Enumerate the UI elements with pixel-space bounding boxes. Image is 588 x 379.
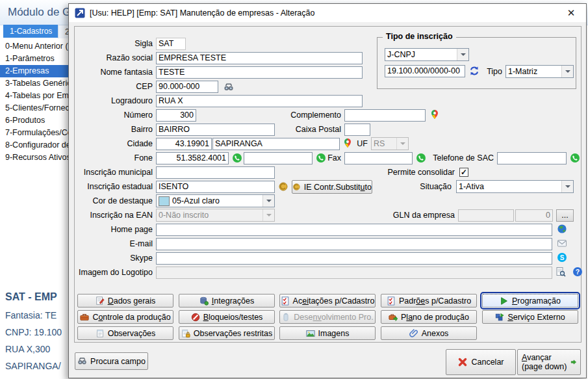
background-app-title: Módulo de Ge [8,6,77,19]
notepad-lock-icon [181,329,190,338]
sidebar-item-tabelas-genericas[interactable]: 3-Tabelas Genérica [0,77,73,90]
cnpj-sync-icon[interactable] [469,66,479,76]
sidebar-item-empresas[interactable]: 2-Empresas [0,65,73,77]
sidebar-item-produtos[interactable]: 6-Produtos [0,114,73,127]
bloqueios-testes-button[interactable]: Bloqueios/testes [179,310,275,324]
complemento-label: Complemento [266,109,341,122]
tipo-inscricao-groupbox: Tipo de inscrição [377,37,576,89]
image-preview-icon[interactable] [556,267,566,277]
skype-icon[interactable]: S [557,252,567,263]
database-icon [199,296,209,306]
box-arrow-icon [389,313,398,322]
desenvolvimento-pro-button: Desenvolvimento Pro. [279,310,376,324]
integracoes-button[interactable]: Integrações [179,294,275,307]
fax-whatsapp-icon[interactable] [416,153,426,163]
servico-externo-button[interactable]: Serviço Externo [482,310,578,324]
padroes-cadastro-button[interactable]: Padrões p/Cadastro [381,294,477,307]
gln-more-button[interactable]: ... [556,209,574,222]
plano-producao-button[interactable]: Plano de produção [381,310,477,324]
bairro-field[interactable]: BAIRRO [156,124,275,136]
sidebar-item-clientes-fornecedores[interactable]: 5-Clientes/Fornece [0,102,73,114]
skype-field[interactable] [156,252,552,265]
nome-fantasia-field[interactable]: TESTE [156,66,363,79]
cor-destaque-select[interactable]: 05-Azul claro [156,194,275,207]
tab-cadastros[interactable]: 1-Cadastros [3,25,58,38]
form-panel: Sigla SAT Razão social EMPRESA TESTE Nom… [74,26,582,343]
edit-document-icon [96,296,105,306]
telefone-sac-field[interactable] [497,152,567,164]
tipo-label: Tipo [483,66,502,78]
sac-whatsapp-icon[interactable] [570,153,580,163]
razao-social-field[interactable]: EMPRESA TESTE [156,52,363,64]
company-info-name: SAT - EMP [5,291,62,303]
tipo-inscricao-title: Tipo de inscrição [383,32,456,41]
company-info-fantasia: Fantasia: TE [5,310,62,320]
permite-consolidar-checkbox[interactable]: ✓ [459,168,468,177]
aceitacoes-cadastro-button[interactable]: Aceitações p/Cadastro [279,294,376,307]
caixa-postal-field[interactable] [344,124,370,136]
cep-field[interactable]: 90.000-000 [156,81,218,93]
avancar-button[interactable]: Avançar (page down) [517,349,581,375]
chevron-down-icon[interactable] [561,181,573,192]
logradouro-field[interactable]: RUA X [156,95,363,107]
inscricao-estadual-field[interactable]: ISENTO [156,181,275,193]
color-swatch [159,196,170,206]
gln-field-1 [458,209,514,222]
sidebar-item-tabelas-por-empresa[interactable]: 4-Tabelas por Empr [0,90,73,102]
sigla-field[interactable]: SAT [156,38,186,50]
cnpj-field[interactable]: 19.100.000/0000-00 [385,65,465,77]
numero-label: Número [76,109,153,122]
sidebar-item-recursos-ativos[interactable]: 9-Recursos Ativos [0,151,73,164]
sidebar-item-formulacoes[interactable]: 7-Formulações/Con [0,127,73,139]
binoculars-icon [77,356,87,366]
chevron-down-icon[interactable] [262,195,274,207]
checklist-icon [281,296,290,306]
globe-icon[interactable] [557,224,567,234]
help-icon[interactable]: ? [572,267,583,277]
fone-whatsapp-icon[interactable] [232,153,242,163]
play-icon [500,296,509,306]
fax-field[interactable] [344,152,413,164]
cidade-codigo-field[interactable]: 43.19901 [156,138,212,150]
complemento-map-pin-icon[interactable] [429,109,440,120]
tipo-documento-select[interactable]: J-CNPJ [385,48,469,61]
observacoes-restritas-button[interactable]: Observações restritas [179,326,275,340]
envelope-icon[interactable] [557,238,567,248]
inscricao-estadual-coin-icon[interactable] [278,181,288,192]
email-field[interactable] [156,238,552,250]
sidebar-item-menu-anterior[interactable]: 0-Menu Anterior (E [0,40,73,53]
inscricao-municipal-field[interactable] [156,166,275,179]
close-icon[interactable]: ✕ [564,7,578,20]
sidebar-item-parametros[interactable]: 1-Parâmetros [0,53,73,65]
paperclip-icon [409,329,418,338]
cep-label: CEP [76,81,153,93]
situacao-select[interactable]: 1-Ativa [456,180,574,193]
gln-field-2: 0 [515,209,553,222]
cep-search-binoculars-icon[interactable] [224,82,234,92]
controle-producao-button[interactable]: Controle da produção [77,310,173,324]
ie-contr-substituto-button[interactable]: IE Contr.Substituto [292,180,372,194]
observacoes-button[interactable]: Observações [77,326,173,340]
fone-field[interactable]: 51.3582.4001 [156,152,229,164]
dev-icon [281,313,290,322]
dialog-title-bar: [Usu: HELP] [Emp: SAT] Manutenção de emp… [69,4,586,22]
chevron-down-icon[interactable] [457,49,468,60]
home-page-field[interactable] [156,224,552,236]
advance-arrow-icon [570,357,577,367]
chevron-down-icon[interactable] [561,66,573,77]
anexos-button[interactable]: Anexos [381,326,477,340]
fone2-field[interactable] [244,152,313,164]
numero-field[interactable]: 300 [156,109,196,122]
procura-campo-button[interactable]: Procura campo [75,352,148,370]
cancelar-button[interactable]: Cancelar [446,349,516,375]
company-info-endereco: RUA X,300 [5,344,62,354]
dados-gerais-button[interactable]: Dados gerais [77,294,173,307]
tipo-matriz-select[interactable]: 1-Matriz [505,65,574,78]
complemento-field[interactable] [344,109,426,122]
uf-label: UF [351,138,368,150]
cidade-nome-field[interactable]: SAPIRANGA [212,138,340,150]
sidebar-item-configurador[interactable]: 8-Configurador de [0,139,73,151]
gln-label: GLN da empresa [380,209,455,222]
imagens-button[interactable]: Imagens [279,326,376,340]
programacao-button[interactable]: Programação [482,294,578,307]
